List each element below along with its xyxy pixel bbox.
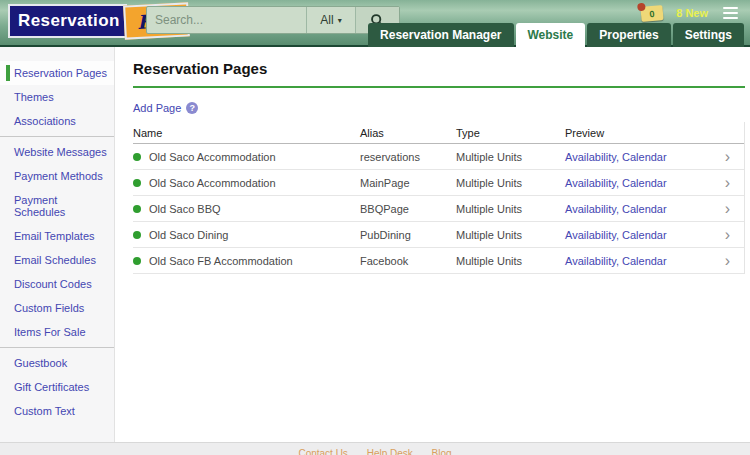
preview-calendar-link[interactable]: Calendar <box>622 229 667 241</box>
preview-availability-link[interactable]: Availability, <box>565 151 619 163</box>
sidebar: Reservation Pages Themes Associations We… <box>0 47 115 442</box>
preview-calendar-link[interactable]: Calendar <box>622 203 667 215</box>
column-header-type: Type <box>456 127 565 139</box>
sidebar-item-payment-methods[interactable]: Payment Methods <box>0 164 114 188</box>
header-utilities: 0 8 New <box>641 5 740 21</box>
sidebar-item-custom-fields[interactable]: Custom Fields <box>0 296 114 320</box>
page-alias: PubDining <box>360 229 456 241</box>
sidebar-divider <box>0 136 114 137</box>
search-scope-dropdown[interactable]: All ▾ <box>306 7 355 33</box>
status-dot-icon <box>133 179 141 187</box>
table-row[interactable]: Old Saco Accommodation MainPage Multiple… <box>133 170 744 196</box>
tab-properties[interactable]: Properties <box>587 23 670 47</box>
add-page-row: Add Page ? <box>133 102 745 114</box>
preview-availability-link[interactable]: Availability, <box>565 177 619 189</box>
sidebar-divider <box>0 347 114 348</box>
page-name: Old Saco Dining <box>149 229 229 241</box>
sidebar-item-guestbook[interactable]: Guestbook <box>0 351 114 375</box>
chevron-right-icon[interactable]: › <box>725 227 730 243</box>
page-type: Multiple Units <box>456 203 565 215</box>
chevron-right-icon[interactable]: › <box>725 201 730 217</box>
column-header-alias: Alias <box>360 127 456 139</box>
tab-settings[interactable]: Settings <box>673 23 744 47</box>
top-header: Reservation Key All ▾ 0 8 New <box>0 0 750 47</box>
primary-tabs: Reservation Manager Website Properties S… <box>368 23 744 47</box>
page-alias: BBQPage <box>360 203 456 215</box>
status-dot-icon <box>133 205 141 213</box>
table-row[interactable]: Old Saco FB Accommodation Facebook Multi… <box>133 248 744 274</box>
page-name: Old Saco FB Accommodation <box>149 255 293 267</box>
title-underline <box>133 86 745 88</box>
chevron-right-icon[interactable]: › <box>725 175 730 191</box>
page-name: Old Saco Accommodation <box>149 151 276 163</box>
status-dot-icon <box>133 231 141 239</box>
sidebar-item-email-schedules[interactable]: Email Schedules <box>0 248 114 272</box>
status-dot-icon <box>133 257 141 265</box>
table-row[interactable]: Old Saco BBQ BBQPage Multiple Units Avai… <box>133 196 744 222</box>
sidebar-item-custom-text[interactable]: Custom Text <box>0 399 114 423</box>
footer-links: Contact Us Help Desk Blog <box>0 448 750 455</box>
column-header-name: Name <box>133 127 360 139</box>
tab-website[interactable]: Website <box>516 23 586 47</box>
sidebar-item-website-messages[interactable]: Website Messages <box>0 140 114 164</box>
search-scope-label: All <box>320 13 333 27</box>
table-header-row: Name Alias Type Preview <box>133 122 744 144</box>
sidebar-item-discount-codes[interactable]: Discount Codes <box>0 272 114 296</box>
menu-icon[interactable] <box>721 5 740 21</box>
chevron-right-icon[interactable]: › <box>725 149 730 165</box>
page-type: Multiple Units <box>456 151 565 163</box>
column-header-preview: Preview <box>565 127 706 139</box>
chevron-right-icon[interactable]: › <box>725 253 730 269</box>
page-alias: Facebook <box>360 255 456 267</box>
sidebar-item-items-for-sale[interactable]: Items For Sale <box>0 320 114 344</box>
page-alias: reservations <box>360 151 456 163</box>
logo-text-reservation: Reservation <box>8 4 127 38</box>
notes-count: 0 <box>649 8 655 18</box>
add-page-link[interactable]: Add Page <box>133 102 181 114</box>
preview-calendar-link[interactable]: Calendar <box>622 151 667 163</box>
page-name: Old Saco Accommodation <box>149 177 276 189</box>
table-row[interactable]: Old Saco Dining PubDining Multiple Units… <box>133 222 744 248</box>
footer-blog-link[interactable]: Blog <box>432 448 452 455</box>
sidebar-item-gift-certificates[interactable]: Gift Certificates <box>0 375 114 399</box>
page-type: Multiple Units <box>456 255 565 267</box>
page-type: Multiple Units <box>456 229 565 241</box>
sidebar-item-payment-schedules[interactable]: Payment Schedules <box>0 188 114 224</box>
chevron-down-icon: ▾ <box>338 16 342 25</box>
page-name: Old Saco BBQ <box>149 203 221 215</box>
status-dot-icon <box>133 153 141 161</box>
sidebar-item-reservation-pages[interactable]: Reservation Pages <box>0 61 114 85</box>
app-window: Reservation Key All ▾ 0 8 New <box>0 0 750 455</box>
new-items-link[interactable]: 8 New <box>676 7 708 19</box>
footer: Contact Us Help Desk Blog <box>0 442 750 455</box>
page-type: Multiple Units <box>456 177 565 189</box>
preview-calendar-link[interactable]: Calendar <box>622 177 667 189</box>
sidebar-item-email-templates[interactable]: Email Templates <box>0 224 114 248</box>
preview-availability-link[interactable]: Availability, <box>565 229 619 241</box>
footer-contact-link[interactable]: Contact Us <box>298 448 347 455</box>
table-row[interactable]: Old Saco Accommodation reservations Mult… <box>133 144 744 170</box>
pin-icon <box>637 2 646 11</box>
search-bar: All ▾ <box>146 6 400 34</box>
sidebar-item-associations[interactable]: Associations <box>0 109 114 133</box>
footer-helpdesk-link[interactable]: Help Desk <box>367 448 413 455</box>
page-alias: MainPage <box>360 177 456 189</box>
preview-calendar-link[interactable]: Calendar <box>622 255 667 267</box>
notes-icon[interactable]: 0 <box>641 5 664 22</box>
search-input[interactable] <box>147 7 306 33</box>
help-icon[interactable]: ? <box>186 102 198 114</box>
preview-availability-link[interactable]: Availability, <box>565 203 619 215</box>
main-content: Reservation Pages Add Page ? Name Alias … <box>115 47 750 442</box>
reservation-pages-table: Name Alias Type Preview Old Saco Accommo… <box>133 122 745 274</box>
sidebar-item-themes[interactable]: Themes <box>0 85 114 109</box>
preview-availability-link[interactable]: Availability, <box>565 255 619 267</box>
tab-reservation-manager[interactable]: Reservation Manager <box>368 23 513 47</box>
page-title: Reservation Pages <box>133 60 745 77</box>
